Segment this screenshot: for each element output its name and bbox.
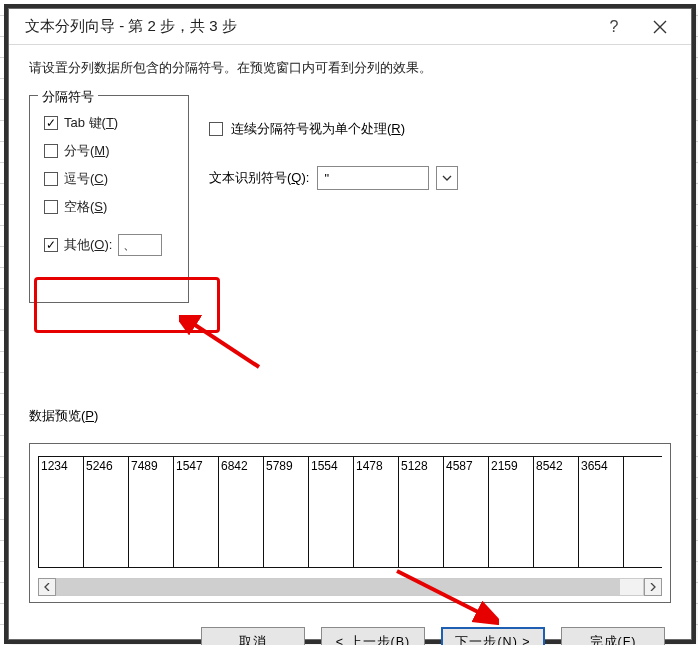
spreadsheet-background: 文本分列向导 - 第 2 步，共 3 步 ? 请设置分列数据所包含的分隔符号。在…	[0, 0, 698, 645]
checkbox-label: Tab 键(T)	[64, 114, 118, 132]
text-qualifier-input[interactable]: "	[317, 166, 429, 190]
help-button[interactable]: ?	[591, 12, 637, 42]
checkbox-label: 其他(O):	[64, 236, 112, 254]
checkbox-label: 逗号(C)	[64, 170, 108, 188]
preview-col: 5246	[84, 457, 129, 567]
checkbox-comma[interactable]: 逗号(C)	[44, 170, 174, 188]
back-button[interactable]: < 上一步(B)	[321, 627, 425, 645]
preview-col: 1554	[309, 457, 354, 567]
checkbox-space[interactable]: 空格(S)	[44, 198, 174, 216]
chevron-down-icon	[442, 173, 452, 183]
checkbox-label: 分号(M)	[64, 142, 110, 160]
preview-box: 1234 5246 7489 1547 6842 5789 1554 1478 …	[29, 443, 671, 603]
next-button[interactable]: 下一步(N) >	[441, 627, 545, 645]
text-qualifier-label: 文本识别符号(Q):	[209, 169, 309, 187]
checkbox-tab[interactable]: Tab 键(T)	[44, 114, 174, 132]
delimiters-group: 分隔符号 Tab 键(T) 分号(M) 逗号(C) 空格(S)	[29, 95, 189, 303]
scroll-track[interactable]	[56, 578, 644, 596]
other-delimiter-input[interactable]: 、	[118, 234, 162, 256]
preview-col: 5128	[399, 457, 444, 567]
scroll-thumb[interactable]	[57, 579, 620, 595]
chevron-right-icon	[649, 583, 657, 591]
preview-col: 3654	[579, 457, 624, 567]
scroll-right-button[interactable]	[644, 578, 662, 596]
chevron-left-icon	[43, 583, 51, 591]
preview-col: 1478	[354, 457, 399, 567]
checkbox-semicolon[interactable]: 分号(M)	[44, 142, 174, 160]
svg-line-0	[189, 321, 259, 367]
preview-col: 5789	[264, 457, 309, 567]
checkbox-label: 空格(S)	[64, 198, 107, 216]
preview-col: 1547	[174, 457, 219, 567]
preview-col: 2159	[489, 457, 534, 567]
scroll-left-button[interactable]	[38, 578, 56, 596]
text-qualifier-dropdown[interactable]	[436, 166, 458, 190]
preview-col: 7489	[129, 457, 174, 567]
button-row: 取消 < 上一步(B) 下一步(N) > 完成(F)	[29, 627, 671, 645]
checkbox-icon	[44, 116, 58, 130]
checkbox-icon	[44, 144, 58, 158]
annotation-arrow-left	[179, 315, 269, 375]
preview-col: 4587	[444, 457, 489, 567]
checkbox-icon	[44, 172, 58, 186]
preview-label: 数据预览(P)	[29, 407, 671, 425]
close-button[interactable]	[637, 12, 683, 42]
finish-button[interactable]: 完成(F)	[561, 627, 665, 645]
checkbox-icon	[44, 200, 58, 214]
titlebar: 文本分列向导 - 第 2 步，共 3 步 ?	[9, 9, 691, 45]
consecutive-label: 连续分隔符号视为单个处理(R)	[231, 120, 405, 138]
instruction-text: 请设置分列数据所包含的分隔符号。在预览窗口内可看到分列的效果。	[29, 59, 671, 77]
delimiters-legend: 分隔符号	[38, 88, 98, 106]
checkbox-icon	[44, 238, 58, 252]
text-to-columns-wizard-dialog: 文本分列向导 - 第 2 步，共 3 步 ? 请设置分列数据所包含的分隔符号。在…	[8, 8, 692, 640]
dialog-title: 文本分列向导 - 第 2 步，共 3 步	[25, 17, 591, 36]
close-icon	[653, 20, 667, 34]
horizontal-scrollbar[interactable]	[38, 578, 662, 596]
preview-col: 8542	[534, 457, 579, 567]
preview-col: 1234	[39, 457, 84, 567]
checkbox-other[interactable]: 其他(O): 、	[44, 234, 174, 256]
preview-col: 6842	[219, 457, 264, 567]
cancel-button[interactable]: 取消	[201, 627, 305, 645]
preview-grid: 1234 5246 7489 1547 6842 5789 1554 1478 …	[38, 456, 662, 568]
checkbox-consecutive[interactable]	[209, 122, 223, 136]
